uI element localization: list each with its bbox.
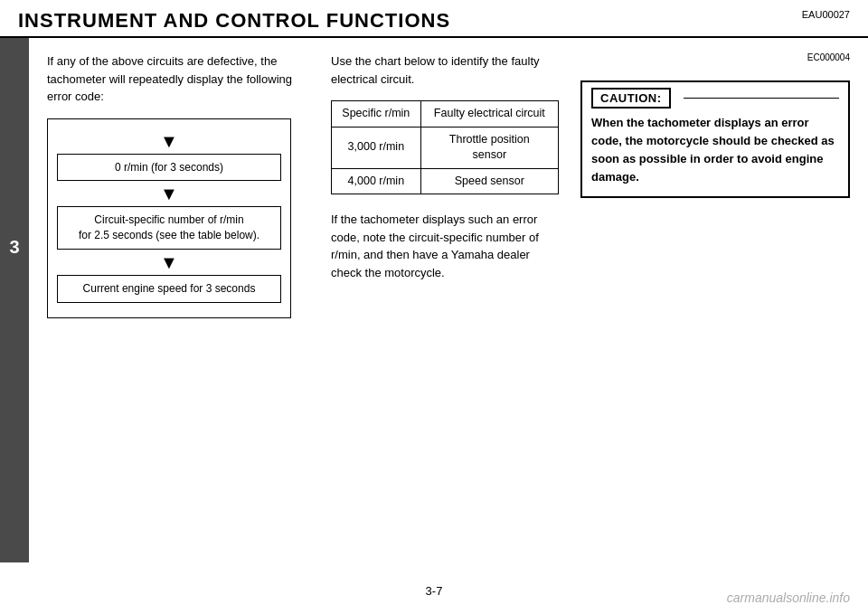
flowchart-box-2: Circuit-specific number of r/min for 2.5…: [57, 206, 281, 250]
caution-box: CAUTION: When the tachometer displays an…: [580, 80, 850, 198]
arrow-2: ▼: [57, 184, 281, 203]
flowchart-box-3: Current engine speed for 3 seconds: [57, 275, 281, 303]
page-code: EAU00027: [802, 9, 850, 20]
middle-intro: Use the chart below to identify the faul…: [331, 52, 559, 88]
col1-header: Specific r/min: [332, 101, 421, 128]
content-area: If any of the above circuits are defecti…: [29, 38, 868, 562]
row1-col1: 3,000 r/min: [332, 127, 421, 168]
row1-col2: Throttle position sensor: [420, 127, 558, 168]
sidebar-number: 3: [0, 38, 29, 562]
main-layout: 3 If any of the above circuits are defec…: [0, 38, 868, 562]
right-column: EC000004 CAUTION: When the tachometer di…: [571, 38, 868, 562]
left-paragraph: If any of the above circuits are defecti…: [47, 52, 304, 106]
left-column: If any of the above circuits are defecti…: [29, 38, 318, 562]
arrow-1: ▼: [57, 132, 281, 150]
row2-col2: Speed sensor: [420, 168, 558, 194]
fault-table: Specific r/min Faulty electrical circuit…: [331, 100, 559, 194]
caution-code-row: EC000004: [580, 52, 850, 62]
row2-col1: 4,000 r/min: [332, 168, 421, 194]
flowchart-box-1: 0 r/min (for 3 seconds): [57, 154, 281, 182]
page-header: INSTRUMENT AND CONTROL FUNCTIONS EAU0002…: [0, 0, 868, 38]
table-row: 4,000 r/min Speed sensor: [332, 168, 559, 194]
middle-body: If the tachometer displays such an error…: [331, 211, 559, 281]
table-header-row: Specific r/min Faulty electrical circuit: [332, 101, 559, 128]
flowchart: ▼ 0 r/min (for 3 seconds) ▼ Circuit-spec…: [47, 118, 291, 318]
caution-header: CAUTION:: [591, 88, 839, 109]
page-title: INSTRUMENT AND CONTROL FUNCTIONS: [18, 9, 450, 33]
table-row: 3,000 r/min Throttle position sensor: [332, 127, 559, 168]
col2-header: Faulty electrical circuit: [420, 101, 558, 128]
caution-divider: [684, 98, 839, 99]
middle-column: Use the chart below to identify the faul…: [318, 38, 571, 562]
caution-label: CAUTION:: [591, 88, 671, 109]
watermark: carmanualsonline.info: [727, 590, 850, 605]
caution-code: EC000004: [807, 52, 850, 62]
arrow-3: ▼: [57, 253, 281, 271]
page-number: 3-7: [426, 584, 443, 598]
caution-text: When the tachometer displays an error co…: [591, 114, 839, 187]
